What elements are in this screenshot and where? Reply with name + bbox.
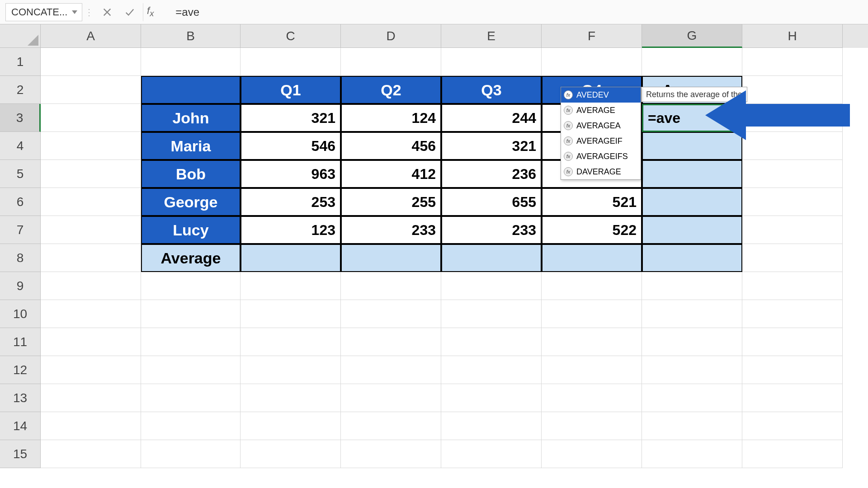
cell-C7[interactable]: 123	[241, 216, 341, 244]
cell-G8[interactable]	[642, 244, 742, 272]
cell-E4[interactable]: 321	[441, 132, 542, 160]
cell-D7[interactable]: 233	[341, 216, 441, 244]
autocomplete-item-average[interactable]: fx AVERAGE	[561, 103, 641, 118]
autocomplete-item-avedev[interactable]: fx AVEDEV	[561, 87, 641, 103]
cell-E6[interactable]: 655	[441, 188, 542, 216]
cell-B4[interactable]: Maria	[141, 132, 241, 160]
autocomplete-item-averagea[interactable]: fx AVERAGEA	[561, 118, 641, 133]
cell-E5[interactable]: 236	[441, 160, 542, 188]
cell-A15[interactable]	[41, 440, 141, 468]
cell-E2[interactable]: Q3	[441, 76, 542, 104]
col-header-A[interactable]: A	[41, 24, 141, 48]
cell-B10[interactable]	[141, 300, 241, 328]
cell-A10[interactable]	[41, 300, 141, 328]
cell-E12[interactable]	[441, 356, 542, 384]
cell-C3[interactable]: 321	[241, 104, 341, 132]
cell-C5[interactable]: 963	[241, 160, 341, 188]
cell-A6[interactable]	[41, 188, 141, 216]
cell-C4[interactable]: 546	[241, 132, 341, 160]
col-header-H[interactable]: H	[742, 24, 843, 48]
row-header-13[interactable]: 13	[0, 384, 41, 412]
cell-B1[interactable]	[141, 48, 241, 76]
autocomplete-item-averageif[interactable]: fx AVERAGEIF	[561, 133, 641, 149]
col-header-D[interactable]: D	[341, 24, 441, 48]
cell-C8[interactable]	[241, 244, 341, 272]
cell-D1[interactable]	[341, 48, 441, 76]
cell-C13[interactable]	[241, 384, 341, 412]
row-header-8[interactable]: 8	[0, 244, 41, 272]
cell-F10[interactable]	[542, 300, 642, 328]
autocomplete-item-averageifs[interactable]: fx AVERAGEIFS	[561, 149, 641, 164]
cell-A1[interactable]	[41, 48, 141, 76]
row-header-5[interactable]: 5	[0, 160, 41, 188]
cell-D10[interactable]	[341, 300, 441, 328]
cell-G6[interactable]	[642, 188, 742, 216]
cell-G9[interactable]	[642, 272, 742, 300]
cell-A5[interactable]	[41, 160, 141, 188]
cell-E14[interactable]	[441, 412, 542, 440]
cell-D13[interactable]	[341, 384, 441, 412]
cell-B14[interactable]	[141, 412, 241, 440]
cell-D11[interactable]	[341, 328, 441, 356]
cell-C11[interactable]	[241, 328, 341, 356]
cell-H6[interactable]	[742, 188, 843, 216]
cell-B6[interactable]: George	[141, 188, 241, 216]
cell-C6[interactable]: 253	[241, 188, 341, 216]
cell-C9[interactable]	[241, 272, 341, 300]
cancel-button[interactable]	[96, 3, 118, 21]
row-header-14[interactable]: 14	[0, 412, 41, 440]
cell-B12[interactable]	[141, 356, 241, 384]
cell-C15[interactable]	[241, 440, 341, 468]
cell-D12[interactable]	[341, 356, 441, 384]
cell-E1[interactable]	[441, 48, 542, 76]
cell-B9[interactable]	[141, 272, 241, 300]
row-header-12[interactable]: 12	[0, 356, 41, 384]
cell-C10[interactable]	[241, 300, 341, 328]
row-header-15[interactable]: 15	[0, 440, 41, 468]
cell-G1[interactable]	[642, 48, 742, 76]
cell-H5[interactable]	[742, 160, 843, 188]
cell-D5[interactable]: 412	[341, 160, 441, 188]
cell-B15[interactable]	[141, 440, 241, 468]
row-header-7[interactable]: 7	[0, 216, 41, 244]
formula-input[interactable]	[157, 3, 868, 21]
cell-C2[interactable]: Q1	[241, 76, 341, 104]
cell-A11[interactable]	[41, 328, 141, 356]
cell-C1[interactable]	[241, 48, 341, 76]
cell-H15[interactable]	[742, 440, 843, 468]
cell-D2[interactable]: Q2	[341, 76, 441, 104]
cell-H10[interactable]	[742, 300, 843, 328]
cell-D9[interactable]	[341, 272, 441, 300]
cell-E10[interactable]	[441, 300, 542, 328]
row-header-1[interactable]: 1	[0, 48, 41, 76]
cell-D15[interactable]	[341, 440, 441, 468]
col-header-G[interactable]: G	[642, 24, 742, 48]
cell-G7[interactable]	[642, 216, 742, 244]
cell-B2[interactable]	[141, 76, 241, 104]
cell-B13[interactable]	[141, 384, 241, 412]
cell-H13[interactable]	[742, 384, 843, 412]
cell-D6[interactable]: 255	[341, 188, 441, 216]
cell-F7[interactable]: 522	[542, 216, 642, 244]
cell-A12[interactable]	[41, 356, 141, 384]
cell-F13[interactable]	[542, 384, 642, 412]
cell-G13[interactable]	[642, 384, 742, 412]
cell-A13[interactable]	[41, 384, 141, 412]
cell-C14[interactable]	[241, 412, 341, 440]
row-header-9[interactable]: 9	[0, 272, 41, 300]
cell-E8[interactable]	[441, 244, 542, 272]
cell-A14[interactable]	[41, 412, 141, 440]
col-header-E[interactable]: E	[441, 24, 542, 48]
select-all-triangle[interactable]	[0, 24, 41, 48]
cell-F12[interactable]	[542, 356, 642, 384]
cell-F9[interactable]	[542, 272, 642, 300]
cell-A9[interactable]	[41, 272, 141, 300]
cell-E15[interactable]	[441, 440, 542, 468]
cell-A2[interactable]	[41, 76, 141, 104]
col-header-F[interactable]: F	[542, 24, 642, 48]
cell-D4[interactable]: 456	[341, 132, 441, 160]
name-box[interactable]: CONCATE...	[5, 3, 82, 21]
row-header-6[interactable]: 6	[0, 188, 41, 216]
cell-G14[interactable]	[642, 412, 742, 440]
cell-A4[interactable]	[41, 132, 141, 160]
